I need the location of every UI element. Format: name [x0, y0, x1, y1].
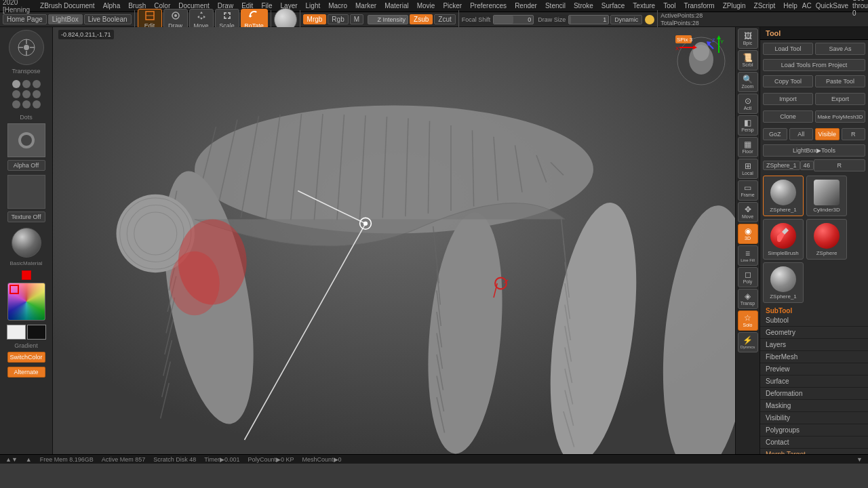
m-btn[interactable]: M — [350, 14, 363, 24]
export-btn[interactable]: Export — [815, 93, 865, 105]
scroll-btn[interactable]: 📜 Scrbl — [738, 50, 758, 70]
all-btn[interactable]: All — [789, 128, 814, 140]
load-tools-from-project-btn[interactable]: Load Tools From Project — [763, 59, 865, 71]
solo-btn[interactable]: ☆ Solo — [738, 310, 758, 331]
menu-material[interactable]: Material — [381, 1, 412, 10]
menu-movie[interactable]: Movie — [414, 1, 439, 10]
save-as-btn[interactable]: Save As — [815, 43, 865, 55]
viewport[interactable]: -0.824,0.211,-1.71 X Y Z — [53, 27, 735, 454]
texture-off-btn[interactable]: Texture Off — [7, 211, 45, 222]
surface-item[interactable]: Surface — [760, 375, 868, 388]
lightbox-tools-btn[interactable]: LightBox▶Tools — [763, 144, 865, 157]
alternate-btn[interactable]: Alternate — [7, 367, 45, 378]
copy-tool-btn[interactable]: Copy Tool — [763, 75, 813, 87]
tool-thumb-simplebrush[interactable]: SimpleBrush — [763, 219, 804, 260]
menu-zscript[interactable]: ZScript — [751, 1, 779, 10]
import-btn[interactable]: Import — [763, 93, 813, 105]
contact-item[interactable]: Contact — [760, 436, 868, 449]
subtool-item[interactable]: Subtool — [760, 314, 868, 327]
draw-size-label: Draw Size — [538, 16, 566, 23]
home-page-btn[interactable]: Home Page — [3, 14, 47, 24]
zintensity-slider[interactable]: Z Intensity — [368, 15, 408, 24]
dynamic-label[interactable]: Dynamic — [610, 15, 642, 24]
menu-marker[interactable]: Marker — [352, 1, 380, 10]
dynamics-btn[interactable]: ⚡ Dynmcs — [738, 332, 758, 352]
zoom-btn[interactable]: 🔍 Zoom — [738, 72, 758, 92]
zsphere1b-name: ZSphere_1 — [770, 293, 797, 300]
transp-btn[interactable]: ◈ Transp — [738, 289, 758, 309]
r-btn[interactable]: R — [842, 128, 866, 140]
actual-btn[interactable]: ⊙ Actl — [738, 94, 758, 114]
bpic-btn[interactable]: 🖼 Bpic — [738, 28, 758, 49]
zintensity-group: Z Intensity — [368, 15, 408, 24]
poly-btn[interactable]: ◻ Poly — [738, 267, 758, 287]
menu-light[interactable]: Light — [302, 1, 324, 10]
visible-btn[interactable]: Visible — [815, 128, 840, 140]
zsphere-r-btn[interactable]: R — [814, 159, 865, 171]
white-swatch[interactable] — [7, 325, 26, 340]
menu-help[interactable]: Help — [780, 1, 801, 10]
menu-macro[interactable]: Macro — [325, 1, 351, 10]
black-swatch[interactable] — [27, 325, 46, 340]
menu-stroke[interactable]: Stroke — [570, 1, 597, 10]
load-tool-btn[interactable]: Load Tool — [763, 43, 813, 55]
visibility-item[interactable]: Visibility — [760, 412, 868, 424]
live-boolean-btn[interactable]: Live Boolean — [84, 14, 132, 24]
draw-size-slider[interactable]: 1 — [568, 15, 609, 24]
frame-btn[interactable]: ▭ Frame — [738, 180, 758, 201]
zcut-btn[interactable]: Zcut — [434, 14, 455, 24]
linefill-btn[interactable]: ≡ Line Fill — [738, 245, 758, 266]
quicksave-label[interactable]: QuickSave — [816, 2, 848, 9]
lightbox-btn[interactable]: LightBox — [48, 14, 83, 24]
menu-surface[interactable]: Surface — [598, 1, 628, 10]
menu-zplugin[interactable]: ZPlugin — [719, 1, 749, 10]
zsub-btn[interactable]: Zsub — [410, 14, 433, 24]
deformation-item[interactable]: Deformation — [760, 388, 868, 400]
layers-item[interactable]: Layers — [760, 339, 868, 351]
status-info3: Scratch Disk 48 — [153, 456, 196, 463]
preview-item[interactable]: Preview — [760, 363, 868, 375]
status-info4: Timer▶0.001 — [204, 456, 239, 463]
menu-render[interactable]: Render — [511, 1, 540, 10]
fibermesh-item[interactable]: FiberMesh — [760, 351, 868, 363]
see-through-btn[interactable]: See-through 0 — [852, 0, 868, 17]
3d-btn[interactable]: ◉ 3D — [738, 224, 758, 244]
quicksave-area: AC QuickSave See-through 0 DefaultZScrip… — [802, 0, 868, 17]
focal-shift-slider[interactable]: 0 — [493, 15, 534, 24]
polygroups-item[interactable]: Polygroups — [760, 424, 868, 436]
local-btn[interactable]: ⊞ Local — [738, 159, 758, 179]
tool-thumb-cylinder3d[interactable]: Cylinder3D — [806, 176, 847, 216]
alpha-off-btn[interactable]: Alpha Off — [7, 160, 45, 171]
bpic-label: Bpic — [743, 41, 753, 45]
mrgb-btn[interactable]: Mrgb — [303, 14, 327, 24]
tool-thumb-zsphere1b[interactable]: ZSphere_1 — [763, 262, 804, 303]
menu-texture[interactable]: Texture — [629, 1, 658, 10]
alpha-preview[interactable] — [7, 123, 45, 157]
move-viewport-btn[interactable]: ✥ Move — [738, 202, 758, 222]
texture-preview[interactable] — [7, 175, 45, 209]
clone-btn[interactable]: Clone — [763, 110, 813, 123]
masking-item[interactable]: Masking — [760, 400, 868, 412]
geometry-item[interactable]: Geometry — [760, 327, 868, 339]
menu-transform[interactable]: Transform — [680, 1, 717, 10]
menu-tool[interactable]: Tool — [660, 1, 679, 10]
paste-tool-btn[interactable]: Paste Tool — [815, 75, 865, 87]
switch-color-btn[interactable]: SwitchColor — [7, 352, 45, 363]
viewport-gizmo[interactable]: X Y Z SPix 3 — [674, 34, 728, 88]
make-polymesh-btn[interactable]: Make PolyMesh3D — [815, 110, 865, 123]
material-preview[interactable] — [12, 228, 41, 258]
tool-thumb-zsphere1[interactable]: ZSphere_1 — [763, 176, 804, 216]
menu-alpha[interactable]: Alpha — [100, 1, 124, 10]
transpose-icon[interactable] — [9, 30, 44, 65]
persp-btn[interactable]: ◧ Persp — [738, 115, 758, 136]
menu-preferences[interactable]: Preferences — [467, 1, 510, 10]
menu-stencil[interactable]: Stencil — [542, 1, 569, 10]
color-picker[interactable] — [7, 283, 45, 321]
tool-thumb-zsphere[interactable]: ZSphere — [806, 219, 847, 260]
floor-btn[interactable]: ▦ Floor — [738, 137, 758, 157]
menu-picker[interactable]: Picker — [439, 1, 465, 10]
title-document: ZBrush Document — [37, 1, 98, 10]
goz-btn[interactable]: GoZ — [763, 128, 787, 140]
rgb-btn[interactable]: Rgb — [328, 14, 348, 24]
morph-target-item[interactable]: Morph Target — [760, 449, 868, 454]
